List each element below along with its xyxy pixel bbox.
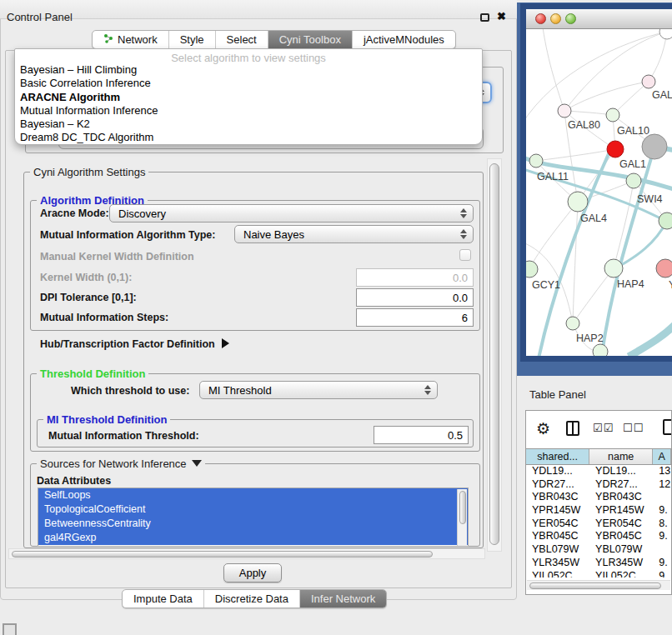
- scrollbar-thumb[interactable]: [459, 491, 466, 524]
- scrollbar-thumb[interactable]: [529, 582, 661, 589]
- attribute-item[interactable]: BetweennessCentrality: [38, 517, 468, 531]
- attribute-item[interactable]: TopologicalCoefficient: [38, 502, 468, 517]
- minimized-panel-icon[interactable]: [3, 623, 17, 635]
- tab-network[interactable]: Network: [93, 31, 169, 48]
- column-browser-icon[interactable]: [566, 421, 579, 436]
- tab-discretize-data[interactable]: Discretize Data: [204, 590, 300, 608]
- table-panel-title: Table Panel: [529, 388, 586, 401]
- table-window: ⚙ ☑☑ ☐☐ shared...nameA YDL19...YDL19...1…: [525, 410, 672, 595]
- column-header[interactable]: name: [589, 449, 653, 464]
- table-row[interactable]: YDL19...YDL19...13: [526, 465, 671, 478]
- node-label[interactable]: GCY1: [532, 279, 560, 291]
- algorithm-option[interactable]: Bayesian – K2: [15, 118, 482, 131]
- table-row[interactable]: YIL052CYIL052C9.: [526, 570, 671, 578]
- table-header: shared...nameA: [526, 448, 671, 465]
- table-row[interactable]: YBR045CYBR045C9.: [526, 530, 671, 543]
- new-table-icon[interactable]: [663, 419, 672, 435]
- node-label[interactable]: GAL4: [580, 212, 607, 224]
- table-row[interactable]: YBR043CYBR043C: [526, 491, 671, 504]
- node-gal4[interactable]: [568, 192, 588, 212]
- column-header[interactable]: shared...: [526, 449, 589, 464]
- tab-infer-network[interactable]: Infer Network: [300, 590, 386, 608]
- table-row[interactable]: YPR145WYPR145W9.: [526, 504, 671, 518]
- algorithm-option[interactable]: ARACNE Algorithm: [15, 91, 482, 104]
- node[interactable]: [656, 259, 672, 278]
- data-attributes-list[interactable]: SelfLoopsTopologicalCoefficientBetweenne…: [38, 488, 469, 547]
- dpi-tolerance-field[interactable]: 0.0: [356, 288, 474, 307]
- settings-horizontal-scrollbar[interactable]: [8, 548, 485, 559]
- node-gal11[interactable]: [529, 154, 543, 168]
- table-horizontal-scrollbar[interactable]: [527, 580, 670, 590]
- tab-label: Style: [180, 33, 204, 46]
- close-icon[interactable]: ✖: [497, 10, 506, 22]
- mi-threshold-field[interactable]: 0.5: [374, 426, 469, 444]
- algorithm-option[interactable]: Basic Correlation Inference: [15, 77, 482, 90]
- tab-jactivemnodules[interactable]: jActiveMNodules: [353, 31, 455, 48]
- zoom-traffic-light-icon[interactable]: [565, 13, 576, 24]
- node-gcy1[interactable]: [526, 261, 538, 278]
- scrollbar-thumb[interactable]: [489, 163, 499, 545]
- list-scrollbar[interactable]: [457, 489, 467, 547]
- sources-toggle[interactable]: Sources for Network Inference: [37, 458, 205, 470]
- node-label[interactable]: GAL80: [568, 119, 600, 131]
- table-row[interactable]: YDR27...YDR27...12: [526, 478, 671, 492]
- mi-steps-field[interactable]: 6: [356, 308, 474, 327]
- table-cell: 8.: [653, 518, 671, 531]
- attribute-item[interactable]: SelfLoops: [38, 488, 468, 502]
- node[interactable]: [659, 29, 672, 39]
- node-label[interactable]: HAP4: [617, 278, 644, 290]
- tab-cyni-toolbox[interactable]: Cyni Toolbox: [268, 31, 353, 48]
- node-gal80[interactable]: [558, 104, 571, 118]
- hub-definition-toggle[interactable]: Hub/Transcription Factor Definition: [40, 338, 229, 350]
- manual-kernel-checkbox[interactable]: [459, 249, 471, 261]
- tab-label: Network: [118, 33, 158, 46]
- combo-stepper-icon: [460, 229, 467, 239]
- node-label[interactable]: HAP2: [576, 332, 604, 344]
- node-label[interactable]: GAL11: [537, 171, 569, 182]
- select-all-checkboxes-icon[interactable]: ☑☑: [593, 422, 614, 434]
- settings-vertical-scrollbar[interactable]: [487, 158, 502, 552]
- table-cell: YPR145W: [526, 504, 589, 518]
- scrollbar-thumb[interactable]: [12, 551, 433, 558]
- minimize-traffic-light-icon[interactable]: [550, 13, 561, 24]
- network-edge: [564, 111, 613, 115]
- node-swi4[interactable]: [626, 173, 641, 188]
- kernel-width-field[interactable]: 0.0: [356, 268, 474, 287]
- node-gal1-selected[interactable]: [607, 141, 624, 158]
- table-row[interactable]: YLR345WYLR345W9.: [526, 557, 671, 570]
- which-threshold-combo[interactable]: MI Threshold: [199, 381, 438, 399]
- node-hap2[interactable]: [566, 317, 579, 330]
- sources-title: Sources for Network Inference: [40, 458, 187, 470]
- node[interactable]: [593, 344, 608, 356]
- column-header[interactable]: A: [653, 449, 671, 464]
- node-label[interactable]: GAL10: [617, 125, 649, 137]
- attribute-item[interactable]: gal4RGexp: [38, 531, 468, 545]
- network-window-titlebar[interactable]: [526, 9, 672, 29]
- node-gal10[interactable]: [606, 108, 619, 122]
- node[interactable]: [659, 212, 672, 229]
- tab-style[interactable]: Style: [169, 31, 216, 48]
- node-label[interactable]: Y: [669, 279, 672, 291]
- mi-type-combo[interactable]: Naive Bayes: [234, 225, 474, 243]
- unselect-all-checkboxes-icon[interactable]: ☐☐: [623, 422, 644, 434]
- algorithm-option[interactable]: Bayesian – Hill Climbing: [15, 63, 482, 77]
- node-label[interactable]: SWI4: [637, 193, 663, 205]
- network-view-window[interactable]: GALGAL80GAL10GAL1GAL11SWI4GAL4GCY1HAP4YH…: [520, 3, 672, 362]
- apply-button[interactable]: Apply: [223, 563, 282, 582]
- tab-impute-data[interactable]: Impute Data: [123, 590, 204, 608]
- float-window-icon[interactable]: [480, 13, 489, 22]
- algorithm-option[interactable]: Mutual Information Inference: [15, 104, 482, 118]
- tab-select[interactable]: Select: [216, 31, 268, 48]
- table-row[interactable]: YBL079WYBL079W: [526, 543, 671, 557]
- node-hap4[interactable]: [604, 259, 623, 278]
- gear-icon[interactable]: ⚙: [536, 419, 550, 438]
- algorithm-option[interactable]: Dream8 DC_TDC Algorithm: [15, 131, 482, 144]
- node-label[interactable]: GAL1: [619, 158, 646, 170]
- network-canvas[interactable]: GALGAL80GAL10GAL1GAL11SWI4GAL4GCY1HAP4YH…: [526, 29, 672, 356]
- table-row[interactable]: YER054CYER054C8.: [526, 518, 671, 531]
- node[interactable]: [642, 75, 655, 88]
- close-traffic-light-icon[interactable]: [535, 13, 546, 24]
- node-label[interactable]: GAL: [652, 89, 672, 101]
- node-large-gray[interactable]: [642, 134, 667, 159]
- aracne-mode-combo[interactable]: Discovery: [109, 204, 474, 222]
